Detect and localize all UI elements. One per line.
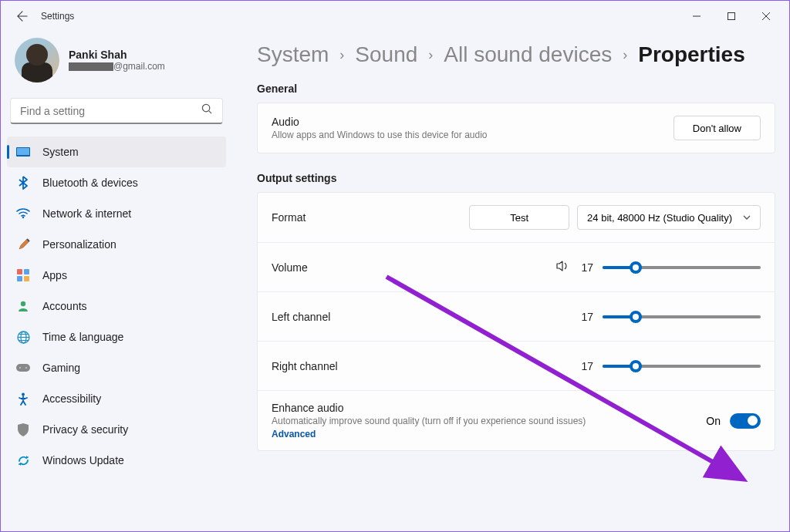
search-icon	[201, 103, 213, 118]
sidebar-item-network[interactable]: Network & internet	[7, 198, 226, 229]
search-input[interactable]	[20, 105, 201, 117]
sidebar-item-personalization[interactable]: Personalization	[7, 229, 226, 260]
svg-point-17	[25, 367, 27, 369]
chevron-right-icon: ›	[339, 47, 344, 63]
svg-rect-10	[24, 276, 29, 281]
globe-icon	[16, 330, 30, 344]
close-button[interactable]	[748, 4, 783, 29]
volume-value: 17	[581, 261, 593, 274]
sidebar-item-accounts[interactable]: Accounts	[7, 291, 226, 322]
maximize-button[interactable]	[714, 4, 748, 29]
svg-rect-9	[17, 276, 22, 281]
section-general: General	[257, 82, 775, 95]
minimize-icon	[693, 12, 701, 20]
profile-block[interactable]: Panki Shah @gmail.com	[7, 32, 226, 95]
format-label: Format	[272, 211, 306, 224]
breadcrumb-system[interactable]: System	[257, 42, 329, 67]
apps-icon	[16, 268, 30, 282]
right-channel-value: 17	[581, 360, 593, 372]
breadcrumb-all-devices[interactable]: All sound devices	[444, 42, 612, 67]
toggle-state-label: On	[706, 415, 721, 427]
breadcrumb-properties: Properties	[638, 42, 745, 67]
titlebar: Settings	[1, 1, 789, 32]
volume-row: Volume 17	[258, 242, 775, 291]
format-select[interactable]: 24 bit, 48000 Hz (Studio Quality)	[577, 205, 761, 230]
chevron-down-icon	[743, 215, 751, 220]
output-card: Format Test 24 bit, 48000 Hz (Studio Qua…	[257, 192, 775, 451]
svg-rect-7	[17, 269, 22, 274]
svg-rect-1	[728, 13, 734, 20]
close-icon	[762, 12, 770, 20]
sidebar-item-accessibility[interactable]: Accessibility	[7, 383, 226, 414]
svg-line-3	[209, 111, 211, 113]
profile-email: @gmail.com	[69, 61, 165, 72]
section-output: Output settings	[257, 172, 775, 184]
left-channel-slider[interactable]	[603, 309, 761, 325]
enhance-subtitle: Automatically improve sound quality (tur…	[272, 416, 586, 426]
arrow-left-icon	[17, 11, 28, 22]
maximize-icon	[728, 12, 735, 20]
volume-label: Volume	[272, 261, 308, 274]
right-channel-row: Right channel 17	[258, 341, 775, 390]
sidebar-item-update[interactable]: Windows Update	[7, 445, 226, 476]
minimize-button[interactable]	[679, 4, 714, 29]
window-controls	[679, 4, 783, 29]
avatar	[15, 38, 59, 82]
enhance-audio-toggle[interactable]	[730, 413, 761, 429]
svg-point-2	[202, 104, 209, 111]
chevron-right-icon: ›	[428, 47, 433, 63]
back-button[interactable]	[7, 4, 38, 29]
advanced-link[interactable]: Advanced	[272, 429, 586, 439]
sidebar-item-privacy[interactable]: Privacy & security	[7, 414, 226, 445]
content-area: System › Sound › All sound devices › Pro…	[232, 32, 789, 531]
sidebar-item-apps[interactable]: Apps	[7, 260, 226, 291]
brush-icon	[16, 237, 30, 251]
svg-point-6	[22, 217, 24, 218]
general-card: Audio Allow apps and Windows to use this…	[257, 103, 775, 153]
wifi-icon	[16, 207, 30, 221]
sidebar-item-gaming[interactable]: Gaming	[7, 352, 226, 383]
svg-point-11	[21, 301, 25, 306]
breadcrumb: System › Sound › All sound devices › Pro…	[257, 42, 775, 67]
breadcrumb-sound[interactable]: Sound	[355, 42, 417, 67]
chevron-right-icon: ›	[623, 47, 627, 63]
sidebar: Panki Shah @gmail.com System Bluetooth &…	[1, 32, 232, 531]
sidebar-item-time-language[interactable]: Time & language	[7, 322, 226, 352]
bluetooth-icon	[16, 176, 30, 190]
svg-rect-5	[17, 148, 29, 155]
gamepad-icon	[16, 361, 30, 375]
left-channel-value: 17	[581, 311, 593, 323]
audio-subtitle: Allow apps and Windows to use this devic…	[272, 130, 488, 140]
audio-title: Audio	[272, 116, 488, 128]
left-channel-row: Left channel 17	[258, 291, 775, 341]
search-box[interactable]	[10, 98, 223, 124]
accessibility-icon	[16, 392, 30, 406]
svg-rect-8	[24, 269, 29, 274]
svg-point-16	[19, 367, 21, 369]
enhance-title: Enhance audio	[272, 402, 586, 414]
format-row: Format Test 24 bit, 48000 Hz (Studio Qua…	[258, 193, 775, 242]
update-icon	[16, 453, 30, 467]
sidebar-item-bluetooth[interactable]: Bluetooth & devices	[7, 167, 226, 198]
test-button[interactable]: Test	[469, 205, 569, 230]
sidebar-nav: System Bluetooth & devices Network & int…	[7, 136, 226, 476]
volume-slider[interactable]	[603, 260, 761, 275]
person-icon	[16, 299, 30, 313]
left-channel-label: Left channel	[272, 311, 330, 323]
dont-allow-button[interactable]: Don't allow	[674, 116, 761, 140]
speaker-icon[interactable]	[556, 260, 570, 275]
enhance-audio-row[interactable]: Enhance audio Automatically improve soun…	[258, 390, 775, 450]
svg-point-18	[22, 392, 25, 396]
sidebar-item-system[interactable]: System	[7, 136, 226, 167]
shield-icon	[16, 423, 30, 436]
display-icon	[16, 145, 30, 159]
audio-row: Audio Allow apps and Windows to use this…	[258, 103, 775, 153]
profile-name: Panki Shah	[69, 49, 165, 61]
svg-rect-15	[16, 364, 30, 372]
window-title: Settings	[41, 11, 74, 22]
right-channel-slider[interactable]	[603, 359, 761, 374]
right-channel-label: Right channel	[272, 360, 338, 372]
